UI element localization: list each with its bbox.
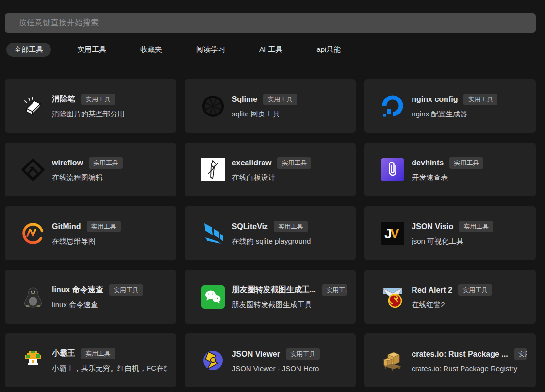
tool-description: 在线的 sqlite playground <box>232 237 311 246</box>
tool-title: devhints <box>412 159 444 167</box>
tool-description: 在线白板设计 <box>232 173 312 182</box>
tool-category-badge: 实用工具 <box>286 348 320 360</box>
tool-category-badge: 实用工具 <box>449 157 483 169</box>
jv-monogram-icon: JV <box>381 222 404 245</box>
tool-card[interactable]: 小霸王 实用工具 小霸王，其乐无穷。红白机，FC在线... <box>5 333 176 387</box>
linux-tux-icon <box>21 285 45 309</box>
tab-label: 阅读学习 <box>196 45 225 53</box>
tool-card[interactable]: wireflow 实用工具 在线流程图编辑 <box>5 143 176 196</box>
tool-category-badge: 实用工具 <box>274 221 308 232</box>
tool-description: json 可视化工具 <box>412 237 493 246</box>
lime-slice-icon <box>201 95 225 118</box>
tab-bar: 全部工具 实用工具 收藏夹 阅读学习 AI 工具 api只能 <box>6 43 545 57</box>
tool-title: JSON Visio <box>412 222 453 231</box>
tab-2[interactable]: 实用工具 <box>69 43 114 57</box>
wireflow-diamond-icon <box>21 158 45 181</box>
tool-card[interactable]: JV JSON Visio 实用工具 json 可视化工具 <box>364 206 536 260</box>
tool-category-badge: 实用工具 <box>263 94 297 105</box>
tool-category-badge: 实用工具 <box>89 157 123 169</box>
tool-title: 朋友圈转发截图生成工... <box>232 285 316 295</box>
red-alert-emblem-icon <box>381 285 404 309</box>
tool-category-badge: 实用工具 <box>87 221 121 232</box>
tool-title: 小霸王 <box>52 348 75 359</box>
text-caret <box>17 18 17 28</box>
sqliteviz-feather-icon <box>201 222 225 245</box>
json-hero-bolt-icon <box>201 349 225 372</box>
tab-4[interactable]: 阅读学习 <box>188 43 233 57</box>
tool-title: wireflow <box>52 159 83 167</box>
tool-description: 朋友圈转发截图生成工具 <box>232 300 347 310</box>
tool-description: 在线流程图编辑 <box>52 173 123 182</box>
tool-card[interactable]: 消除笔 实用工具 消除图片的某些部分用 <box>5 79 176 133</box>
tool-category-badge: 实用工具 <box>81 94 115 105</box>
tool-card[interactable]: JSON Viewer 实用工具 JSON Viewer - JSON Hero <box>185 333 356 387</box>
tool-category-badge: 实用... <box>514 348 527 360</box>
tool-description: 小霸王，其乐无穷。红白机，FC在线... <box>52 364 167 373</box>
tool-card[interactable]: Red Alert 2 实用工具 在线红警2 <box>364 270 536 324</box>
tab-6[interactable]: api只能 <box>309 43 348 57</box>
tool-card[interactable]: SQLiteViz 实用工具 在线的 sqlite playground <box>185 206 356 260</box>
tool-card[interactable]: devhints 实用工具 开发速查表 <box>364 143 536 196</box>
tool-card[interactable]: 朋友圈转发截图生成工... 实用工... 朋友圈转发截图生成工具 <box>185 270 356 324</box>
tool-card[interactable]: linux 命令速查 实用工具 linux 命令速查 <box>5 270 176 324</box>
tool-card[interactable]: crates.io: Rust Package ... 实用... crates… <box>364 333 536 387</box>
excalidraw-sword-icon <box>201 158 225 181</box>
tool-title: crates.io: Rust Package ... <box>412 350 508 359</box>
tool-card[interactable]: excalidraw 实用工具 在线白板设计 <box>185 143 356 196</box>
tab-1[interactable]: 全部工具 <box>6 43 51 57</box>
tool-category-badge: 实用工具 <box>459 221 493 232</box>
tool-card[interactable]: Sqlime 实用工具 sqlite 网页工具 <box>185 79 356 133</box>
tool-description: 在线思维导图 <box>52 237 121 246</box>
tool-description: 开发速查表 <box>412 173 483 182</box>
tool-title: JSON Viewer <box>232 350 280 359</box>
wechat-icon <box>201 285 225 309</box>
svg-text:V: V <box>390 226 399 241</box>
tool-category-badge: 实用工具 <box>463 94 497 105</box>
tab-5[interactable]: AI 工具 <box>251 43 290 57</box>
digitalocean-icon <box>381 95 404 118</box>
tool-title: nginx config <box>412 95 458 104</box>
tab-3[interactable]: 收藏夹 <box>132 43 170 57</box>
tool-category-badge: 实用工... <box>322 284 347 296</box>
gitmind-ring-icon <box>21 222 45 245</box>
tool-title: excalidraw <box>232 159 272 167</box>
tool-description: linux 命令速查 <box>52 300 143 310</box>
cargo-crates-icon <box>381 349 404 372</box>
tool-category-badge: 实用工具 <box>277 157 311 169</box>
tool-title: SQLiteViz <box>232 222 268 231</box>
tool-category-badge: 实用工具 <box>109 284 143 296</box>
tab-label: 收藏夹 <box>140 45 162 53</box>
tool-description: JSON Viewer - JSON Hero <box>232 364 320 373</box>
tool-description: nginx 配置生成器 <box>412 110 497 119</box>
tool-category-badge: 实用工具 <box>81 348 115 359</box>
tool-title: Sqlime <box>232 95 257 104</box>
tab-label: 实用工具 <box>77 45 106 53</box>
eraser-icon <box>21 95 45 118</box>
tool-description: 消除图片的某些部分用 <box>52 110 125 119</box>
search-placeholder: 按任意键直接开始搜索 <box>19 18 99 28</box>
tab-label: 全部工具 <box>14 45 43 53</box>
tool-title: linux 命令速查 <box>52 285 103 295</box>
tool-grid: 消除笔 实用工具 消除图片的某些部分用 Sqlime 实用工具 sqlite 网… <box>5 79 536 387</box>
tab-label: api只能 <box>316 45 341 53</box>
paperclip-icon <box>381 158 404 181</box>
tool-card[interactable]: GitMind 实用工具 在线思维导图 <box>5 206 176 260</box>
tool-title: Red Alert 2 <box>412 286 452 294</box>
search-input[interactable]: 按任意键直接开始搜索 <box>5 13 536 33</box>
tool-description: crates.io: Rust Package Registry <box>412 364 527 373</box>
tool-description: 在线红警2 <box>412 300 492 310</box>
tool-description: sqlite 网页工具 <box>232 110 297 119</box>
tool-card[interactable]: nginx config 实用工具 nginx 配置生成器 <box>364 79 536 133</box>
tool-title: 消除笔 <box>52 94 75 104</box>
pixel-mushroom-icon <box>21 349 45 372</box>
tool-title: GitMind <box>52 222 81 231</box>
tool-category-badge: 实用工具 <box>458 284 492 296</box>
tab-label: AI 工具 <box>259 45 282 53</box>
